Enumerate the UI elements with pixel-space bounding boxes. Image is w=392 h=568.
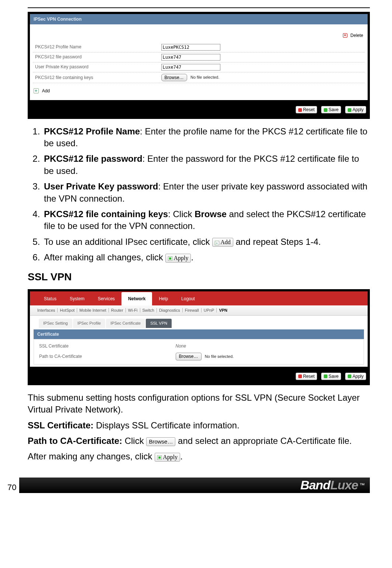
ssl-vpn-panel: StatusSystemServicesNetworkHelpLogout In… — [28, 289, 370, 385]
field-label: User Private Key password — [33, 62, 159, 72]
text: After making any changes, click — [28, 451, 155, 461]
apply-icon — [348, 108, 351, 112]
subnav-switch[interactable]: Switch — [140, 308, 157, 312]
inline-apply-button: Apply — [155, 453, 180, 462]
subnav-firewall[interactable]: Firewall — [183, 308, 202, 312]
subnav-wi-fi[interactable]: Wi-Fi — [126, 308, 140, 312]
tab-network[interactable]: Network — [121, 292, 152, 305]
file-status-text: No file selected. — [205, 354, 234, 359]
text: After making all changes, click — [44, 252, 165, 262]
apply-button[interactable]: Apply — [345, 373, 366, 380]
file-password-input[interactable] — [161, 54, 220, 61]
table-row: PKCS#12 Profile Name — [33, 42, 365, 52]
apply-icon — [348, 374, 351, 378]
text: Click — [122, 436, 146, 446]
save-button[interactable]: Save — [321, 373, 341, 380]
tab-logout[interactable]: Logout — [175, 292, 202, 305]
ipsec-panel-body: × Delete PKCS#12 Profile Name PKCS#12 fi… — [30, 24, 368, 100]
add-button[interactable]: Add — [42, 88, 50, 93]
file-status-text: No file selected. — [190, 75, 219, 79]
reset-button[interactable]: Reset — [296, 373, 317, 380]
field-label: Path to CA-Certificate — [37, 351, 173, 362]
brand-logo: BandLuxe — [300, 477, 358, 494]
top-rule — [28, 7, 370, 8]
tab-services[interactable]: Services — [91, 292, 121, 305]
subnav-router[interactable]: Router — [109, 308, 126, 312]
browse-button[interactable]: Browse… — [161, 74, 187, 81]
subtab-ipsec-setting[interactable]: IPSec Setting — [39, 319, 72, 328]
table-row: PKCS#12 file password — [33, 52, 365, 62]
subtab-ipsec-certificate[interactable]: IPSec Certificate — [106, 319, 145, 328]
text: To use an additional IPsec certificate, … — [44, 237, 212, 247]
main-tab-bar: StatusSystemServicesNetworkHelpLogout — [30, 291, 368, 305]
field-label: PKCS#12 file password — [33, 52, 159, 62]
paragraph: Path to CA-Certificate: Click Browse… an… — [28, 435, 370, 447]
term: PKCS#12 file containing keys — [44, 209, 168, 219]
term: Browse — [195, 209, 227, 219]
page-number: 70 — [7, 482, 16, 493]
inline-browse-button: Browse… — [146, 437, 175, 446]
paragraph: This submenu setting hosts configuration… — [28, 392, 370, 416]
paragraph: After making any changes, click Apply. — [28, 451, 370, 462]
private-key-password-input[interactable] — [161, 64, 220, 71]
inline-add-button: Add — [212, 238, 233, 247]
save-icon — [324, 374, 327, 378]
tab-help[interactable]: Help — [152, 292, 175, 305]
field-label: PKCS#12 Profile Name — [33, 42, 159, 52]
ssl-certificate-value: None — [173, 342, 361, 350]
field-label: PKCS#12 file containing keys — [33, 72, 159, 83]
subnav-vpn[interactable]: VPN — [217, 308, 230, 312]
text: and repeat Steps 1-4. — [233, 237, 321, 247]
subnav-interfaces[interactable]: Interfaces — [35, 308, 58, 312]
ssl-description: This submenu setting hosts configuration… — [28, 392, 370, 463]
term: PKCS#12 file password — [44, 154, 142, 164]
text: . — [180, 451, 183, 461]
reset-button[interactable]: Reset — [296, 106, 317, 113]
apply-button[interactable]: Apply — [345, 106, 366, 113]
list-item: PKCS#12 file password: Enter the passwor… — [42, 153, 370, 177]
table-row: Path to CA-Certificate Browse… No file s… — [37, 351, 361, 362]
sub-nav: InterfacesHotSpotMobile InternetRouterWi… — [30, 305, 368, 316]
subnav-diagnostics[interactable]: Diagnostics — [157, 308, 183, 312]
term: Path to CA-Certificate: — [28, 436, 122, 446]
text: and select an appropriate CA-Certificate… — [175, 436, 352, 446]
table-row: SSL Certificate None — [37, 342, 361, 350]
save-button[interactable]: Save — [321, 106, 341, 113]
tab-status[interactable]: Status — [37, 292, 63, 305]
subnav-hotspot[interactable]: HotSpot — [58, 308, 77, 312]
apply-icon — [168, 256, 172, 261]
trademark: ™ — [360, 482, 365, 489]
subtab-ssl-vpn[interactable]: SSL VPN — [146, 319, 172, 328]
tab-system[interactable]: System — [63, 292, 91, 305]
certificate-header: Certificate — [34, 329, 364, 339]
term: User Private Key password — [44, 181, 158, 191]
reset-icon — [298, 374, 302, 378]
text: . — [191, 252, 193, 262]
ipsec-form-table: PKCS#12 Profile Name PKCS#12 file passwo… — [33, 42, 365, 83]
list-item: PKCS#12 file containing keys: Click Brow… — [42, 208, 370, 232]
list-item: PKCS#12 Profile Name: Enter the profile … — [42, 126, 370, 150]
ssl-vpn-heading: SSL VPN — [28, 270, 370, 284]
ipsec-panel-header: IPSec VPN Connection — [30, 14, 368, 24]
subnav-upnp[interactable]: UPnP — [202, 308, 217, 312]
profile-name-input[interactable] — [161, 44, 220, 51]
table-row: User Private Key password — [33, 62, 365, 72]
browse-button[interactable]: Browse… — [176, 353, 202, 360]
inline-apply-button: Apply — [165, 254, 191, 263]
delete-button[interactable]: Delete — [350, 33, 363, 38]
table-row: PKCS#12 file containing keys Browse… No … — [33, 72, 365, 83]
certificate-table: SSL Certificate None Path to CA-Certific… — [34, 339, 364, 364]
field-label: SSL Certificate — [37, 342, 173, 350]
list-item: After making all changes, click Apply. — [42, 252, 370, 263]
subtab-ipsec-profile[interactable]: IPSec Profile — [73, 319, 106, 328]
text: Displays SSL Certificate information. — [93, 420, 239, 430]
add-icon[interactable] — [34, 88, 39, 93]
paragraph: SSL Certificate: Displays SSL Certificat… — [28, 420, 370, 431]
reset-icon — [298, 108, 302, 112]
subnav-mobile-internet[interactable]: Mobile Internet — [77, 308, 109, 312]
list-item: User Private Key password: Enter the use… — [42, 181, 370, 205]
footer-bar: BandLuxe™ — [19, 478, 370, 493]
close-icon[interactable]: × — [343, 33, 347, 38]
save-icon — [324, 108, 327, 112]
apply-icon — [157, 455, 162, 460]
